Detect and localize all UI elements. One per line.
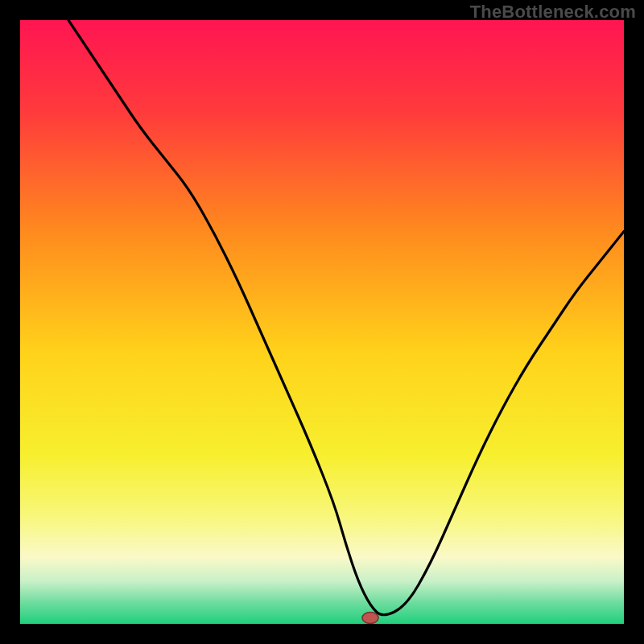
optimal-point-marker bbox=[362, 613, 378, 624]
bottleneck-plot bbox=[20, 20, 624, 624]
plot-frame bbox=[20, 20, 624, 624]
chart-container: TheBottleneck.com bbox=[0, 0, 644, 644]
plot-background bbox=[20, 20, 624, 624]
watermark-label: TheBottleneck.com bbox=[470, 2, 636, 23]
